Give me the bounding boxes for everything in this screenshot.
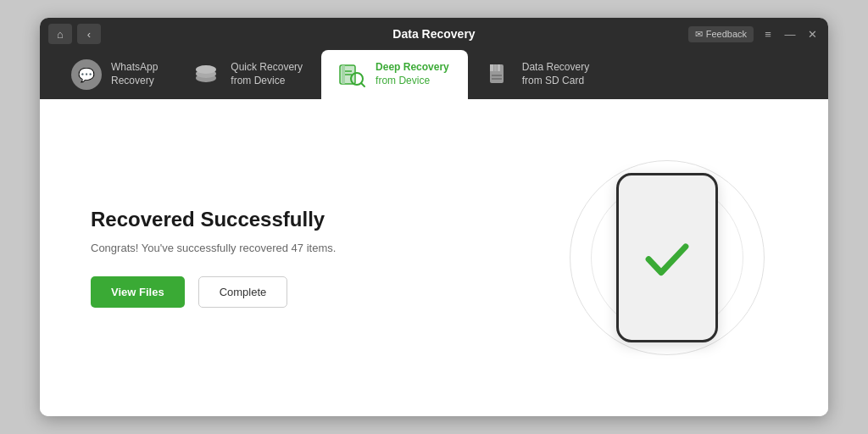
feedback-button[interactable]: ✉ Feedback <box>688 26 754 42</box>
svg-line-8 <box>361 83 364 86</box>
tab-sd-card[interactable]: Data Recovery from SD Card <box>468 50 608 99</box>
tab-bar: 💬 WhatsApp Recovery Quick Recovery from … <box>40 50 828 99</box>
menu-button[interactable]: ≡ <box>760 26 776 42</box>
quick-recovery-tab-label: Quick Recovery from Device <box>231 61 303 87</box>
home-button[interactable]: ⌂ <box>48 24 72 44</box>
whatsapp-tab-icon: 💬 <box>70 58 103 91</box>
sd-card-tab-label: Data Recovery from SD Card <box>522 61 589 87</box>
quick-recovery-icon <box>190 58 222 91</box>
svg-rect-14 <box>498 64 500 71</box>
deep-recovery-icon <box>335 58 367 91</box>
minimize-button[interactable]: — <box>782 26 798 42</box>
svg-rect-15 <box>492 75 502 76</box>
app-window: ⌂ ‹ Data Recovery ✉ Feedback ≡ — ✕ 💬 W <box>40 18 828 416</box>
checkmark-icon <box>637 228 697 287</box>
svg-point-4 <box>196 65 216 74</box>
svg-rect-12 <box>490 64 493 71</box>
tab-quick-recovery[interactable]: Quick Recovery from Device <box>176 50 321 99</box>
feedback-label: Feedback <box>706 29 747 39</box>
svg-rect-6 <box>342 65 345 84</box>
phone-illustration <box>557 139 777 376</box>
view-files-button[interactable]: View Files <box>91 276 185 308</box>
success-title: Recovered Successfully <box>91 208 557 231</box>
svg-rect-16 <box>492 78 502 80</box>
titlebar-left-controls: ⌂ ‹ <box>48 24 101 44</box>
tab-deep-recovery[interactable]: Deep Recovery from Device <box>321 50 468 99</box>
left-section: Recovered Successfully Congrats! You've … <box>91 208 557 308</box>
back-button[interactable]: ‹ <box>77 24 101 44</box>
titlebar-right-controls: ✉ Feedback ≡ — ✕ <box>688 26 820 42</box>
app-title: Data Recovery <box>392 27 475 41</box>
mail-icon: ✉ <box>695 29 703 40</box>
titlebar: ⌂ ‹ Data Recovery ✉ Feedback ≡ — ✕ <box>40 18 828 50</box>
close-button[interactable]: ✕ <box>804 26 820 42</box>
svg-rect-13 <box>494 64 497 71</box>
svg-text:💬: 💬 <box>78 67 95 83</box>
success-subtitle: Congrats! You've successfully recovered … <box>91 242 557 254</box>
tab-whatsapp[interactable]: 💬 WhatsApp Recovery <box>57 50 176 99</box>
phone-graphic <box>616 173 718 342</box>
sd-card-icon <box>481 58 514 91</box>
complete-button[interactable]: Complete <box>198 276 288 308</box>
deep-recovery-tab-label: Deep Recovery from Device <box>376 61 449 87</box>
main-content: Recovered Successfully Congrats! You've … <box>40 99 828 416</box>
action-buttons: View Files Complete <box>91 276 557 308</box>
whatsapp-tab-label: WhatsApp Recovery <box>111 61 158 87</box>
